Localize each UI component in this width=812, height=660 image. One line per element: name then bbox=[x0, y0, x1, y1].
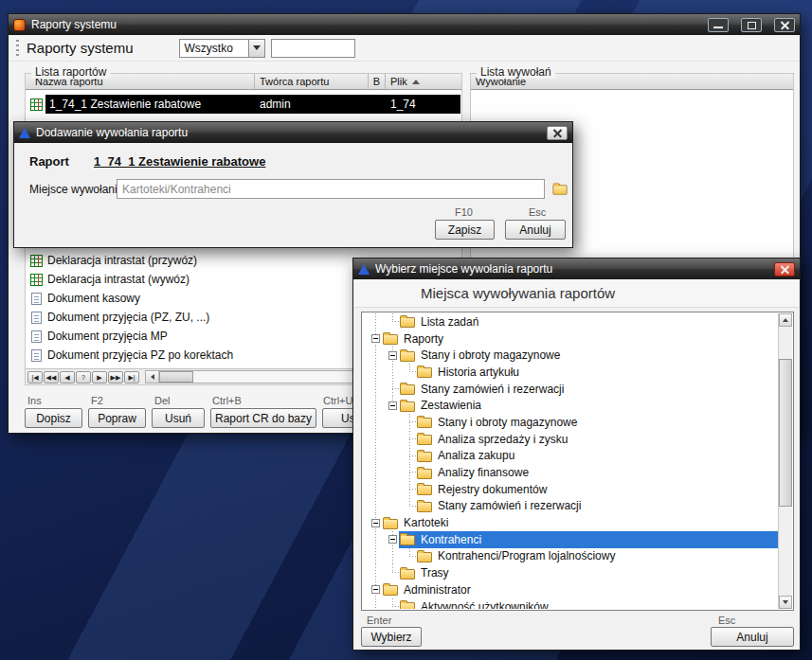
nav-first-button[interactable]: |◀ bbox=[27, 371, 43, 384]
tree-item[interactable]: Rejestry dokumentów bbox=[363, 481, 778, 498]
add-call-dialog-titlebar[interactable]: Dodawanie wywołania raportu bbox=[14, 122, 572, 143]
minimize-button[interactable] bbox=[708, 18, 729, 32]
shortcut-hint: Esc bbox=[718, 615, 735, 626]
tree-item[interactable]: Aktywność użytkowników bbox=[363, 598, 778, 609]
filter-combobox[interactable]: Wszystko bbox=[179, 39, 265, 58]
browse-place-button[interactable] bbox=[550, 179, 570, 199]
place-input[interactable] bbox=[117, 179, 545, 199]
sort-ascending-icon bbox=[412, 80, 420, 84]
report-b-cell bbox=[370, 95, 387, 114]
tree-item[interactable]: Stany i obroty magazynowe bbox=[363, 414, 778, 431]
tree-item[interactable]: Analiza zakupu bbox=[363, 448, 778, 465]
tree-item[interactable]: Kartoteki bbox=[363, 514, 778, 531]
document-icon bbox=[31, 330, 42, 343]
cancel-button[interactable]: Anuluj bbox=[505, 220, 566, 240]
report-icon-cell bbox=[27, 98, 45, 111]
dialog-icon bbox=[19, 128, 30, 138]
main-window-titlebar[interactable]: Raporty systemu bbox=[9, 14, 800, 35]
choose-place-dialog: Wybierz miejsce wywołania raportu Miejsc… bbox=[352, 258, 801, 651]
toolbar: Raporty systemu Wszystko bbox=[9, 35, 800, 62]
places-tree: Lista zadań Raporty Stany i obroty magaz… bbox=[361, 312, 794, 611]
report-value: 1_74_1 Zestawienie rabatowe bbox=[94, 154, 265, 169]
grid-report-icon bbox=[30, 255, 43, 267]
scroll-left-icon[interactable] bbox=[146, 371, 159, 383]
scrollbar-thumb[interactable] bbox=[779, 359, 792, 507]
add-button[interactable]: Dopisz bbox=[25, 408, 82, 428]
tree-item[interactable]: Historia artykułu bbox=[363, 364, 778, 381]
collapse-icon[interactable] bbox=[388, 535, 397, 544]
collapse-icon[interactable] bbox=[371, 585, 380, 594]
collapse-icon[interactable] bbox=[371, 334, 380, 343]
combobox-dropdown-button[interactable] bbox=[248, 40, 264, 57]
collapse-icon[interactable] bbox=[388, 401, 397, 410]
report-creator-cell: admin bbox=[256, 95, 370, 114]
delete-button[interactable]: Usuń bbox=[152, 408, 205, 428]
nav-prev-page-button[interactable]: ◀◀ bbox=[44, 371, 59, 384]
tree-item[interactable]: Analiza sprzedaży i zysku bbox=[363, 431, 778, 448]
folder-icon bbox=[417, 469, 432, 479]
shortcut-hint: Ins bbox=[27, 395, 42, 406]
search-input[interactable] bbox=[271, 39, 355, 58]
folder-icon bbox=[417, 418, 432, 428]
window-title: Raporty systemu bbox=[31, 18, 702, 31]
tree-item[interactable]: Stany zamówień i rezerwacji bbox=[363, 498, 778, 515]
scroll-down-icon[interactable] bbox=[779, 596, 792, 609]
save-button[interactable]: Zapisz bbox=[435, 220, 495, 240]
tree-item[interactable]: Zestawienia bbox=[363, 397, 778, 414]
folder-icon bbox=[552, 185, 567, 194]
report-file-cell: 1_74 bbox=[387, 95, 460, 114]
selected-report-row[interactable]: 1_74_1 Zestawienie rabatowe admin 1_74 bbox=[27, 95, 460, 114]
folder-icon bbox=[383, 519, 398, 529]
folder-icon bbox=[400, 384, 415, 395]
shortcut-hint: Ctrl+U bbox=[323, 395, 352, 406]
collapse-icon[interactable] bbox=[388, 351, 397, 360]
folder-icon bbox=[417, 367, 432, 378]
nav-prev-button[interactable]: ◀ bbox=[60, 371, 75, 384]
grid-report-icon bbox=[30, 98, 43, 111]
collapse-icon[interactable] bbox=[371, 519, 380, 527]
tree-item[interactable]: Administrator bbox=[363, 581, 778, 598]
column-header-creator[interactable]: Twórca raportu bbox=[255, 74, 369, 89]
nav-last-button[interactable]: ▶| bbox=[124, 371, 139, 384]
folder-icon bbox=[383, 585, 398, 596]
close-button[interactable] bbox=[774, 262, 795, 276]
scrollbar-thumb[interactable] bbox=[159, 371, 193, 383]
folder-icon bbox=[383, 334, 398, 345]
chevron-down-icon bbox=[253, 45, 261, 50]
shortcut-hint: Enter bbox=[367, 615, 391, 626]
folder-icon bbox=[400, 401, 415, 412]
nav-search-button[interactable]: ? bbox=[76, 371, 91, 384]
shortcut-hint: F2 bbox=[91, 395, 103, 406]
tree-scrollbar[interactable] bbox=[778, 313, 792, 609]
scroll-up-icon[interactable] bbox=[779, 313, 792, 327]
tree-item[interactable]: Analizy finansowe bbox=[363, 464, 778, 481]
tree-item[interactable]: Lista zadań bbox=[363, 313, 778, 330]
close-button[interactable] bbox=[774, 18, 795, 32]
close-button[interactable] bbox=[547, 126, 568, 140]
nav-next-page-button[interactable]: ▶▶ bbox=[108, 371, 123, 384]
tree-item[interactable]: Raporty bbox=[363, 330, 778, 348]
folder-icon bbox=[417, 485, 432, 495]
shortcut-hint: F10 bbox=[455, 206, 473, 218]
edit-button[interactable]: Popraw bbox=[88, 408, 146, 428]
shortcut-hint: Esc bbox=[529, 206, 546, 218]
select-button[interactable]: Wybierz bbox=[361, 627, 422, 647]
folder-icon bbox=[417, 552, 432, 562]
maximize-button[interactable] bbox=[741, 18, 762, 32]
dialog-title: Dodawanie wywołania raportu bbox=[36, 126, 541, 139]
choose-place-dialog-titlebar[interactable]: Wybierz miejsce wywołania raportu bbox=[353, 259, 800, 279]
tree-list: Lista zadań Raporty Stany i obroty magaz… bbox=[363, 313, 778, 609]
tree-item[interactable]: Kontrahenci/Program lojalnościowy bbox=[363, 548, 778, 565]
folder-icon bbox=[417, 452, 432, 462]
document-icon bbox=[31, 312, 42, 324]
nav-next-button[interactable]: ▶ bbox=[92, 371, 107, 384]
tree-item[interactable]: Stany zamówień i rezerwacji bbox=[363, 381, 778, 398]
report-cr-to-db-button[interactable]: Raport CR do bazy bbox=[210, 408, 316, 428]
column-header-b[interactable]: B bbox=[369, 74, 386, 89]
cancel-button[interactable]: Anuluj bbox=[711, 627, 794, 647]
column-header-file[interactable]: Plik bbox=[386, 74, 461, 89]
tree-item[interactable]: Trasy bbox=[363, 564, 778, 581]
filter-combobox-value: Wszystko bbox=[180, 40, 248, 57]
tree-item-selected[interactable]: Kontrahenci bbox=[363, 531, 778, 548]
tree-item[interactable]: Stany i obroty magazynowe bbox=[363, 347, 778, 364]
